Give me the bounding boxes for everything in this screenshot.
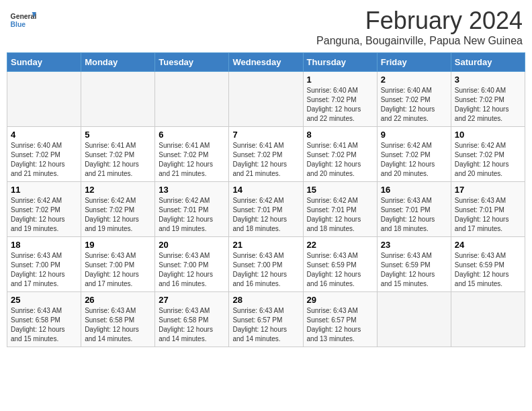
day-number: 27 [159,295,225,305]
calendar-cell [155,72,229,127]
day-info: Sunrise: 6:43 AM Sunset: 6:57 PM Dayligh… [307,306,373,344]
day-number: 4 [11,130,77,140]
calendar-cell: 1Sunrise: 6:40 AM Sunset: 7:02 PM Daylig… [303,72,377,127]
day-number: 2 [381,75,447,85]
calendar-body: 1Sunrise: 6:40 AM Sunset: 7:02 PM Daylig… [7,72,525,347]
day-info: Sunrise: 6:42 AM Sunset: 7:02 PM Dayligh… [455,141,521,179]
calendar-cell: 14Sunrise: 6:42 AM Sunset: 7:01 PM Dayli… [229,182,303,237]
day-number: 5 [85,130,151,140]
day-info: Sunrise: 6:41 AM Sunset: 7:02 PM Dayligh… [232,141,299,179]
day-info: Sunrise: 6:43 AM Sunset: 6:59 PM Dayligh… [381,251,447,289]
calendar-cell: 13Sunrise: 6:42 AM Sunset: 7:01 PM Dayli… [155,182,229,237]
day-number: 17 [455,185,521,195]
day-info: Sunrise: 6:43 AM Sunset: 6:59 PM Dayligh… [307,251,373,289]
day-number: 24 [455,240,521,250]
day-header-thursday: Thursday [303,53,377,72]
day-number: 22 [307,240,373,250]
calendar-cell: 27Sunrise: 6:43 AM Sunset: 6:58 PM Dayli… [155,292,229,347]
day-number: 28 [232,295,299,305]
day-info: Sunrise: 6:42 AM Sunset: 7:02 PM Dayligh… [11,196,77,234]
day-header-sunday: Sunday [7,53,81,72]
day-info: Sunrise: 6:43 AM Sunset: 6:57 PM Dayligh… [232,306,299,344]
calendar-cell: 12Sunrise: 6:42 AM Sunset: 7:02 PM Dayli… [81,182,155,237]
day-info: Sunrise: 6:43 AM Sunset: 7:01 PM Dayligh… [381,196,447,234]
day-number: 15 [307,185,373,195]
calendar-cell: 3Sunrise: 6:40 AM Sunset: 7:02 PM Daylig… [451,72,525,127]
day-number: 12 [85,185,151,195]
day-info: Sunrise: 6:43 AM Sunset: 7:01 PM Dayligh… [455,196,521,234]
main-title: February 2024 [316,7,523,35]
calendar-cell [229,72,303,127]
day-info: Sunrise: 6:42 AM Sunset: 7:02 PM Dayligh… [381,141,447,179]
page-header: General Blue February 2024 Panguna, Boug… [7,7,525,47]
calendar-cell: 15Sunrise: 6:42 AM Sunset: 7:01 PM Dayli… [303,182,377,237]
day-number: 29 [307,295,373,305]
day-info: Sunrise: 6:43 AM Sunset: 7:00 PM Dayligh… [232,251,299,289]
day-info: Sunrise: 6:42 AM Sunset: 7:01 PM Dayligh… [307,196,373,234]
calendar-cell [81,72,155,127]
day-header-monday: Monday [81,53,155,72]
day-info: Sunrise: 6:43 AM Sunset: 6:58 PM Dayligh… [85,306,151,344]
header-row: SundayMondayTuesdayWednesdayThursdayFrid… [7,53,525,72]
day-info: Sunrise: 6:43 AM Sunset: 6:59 PM Dayligh… [455,251,521,289]
calendar-cell: 22Sunrise: 6:43 AM Sunset: 6:59 PM Dayli… [303,237,377,292]
day-number: 16 [381,185,447,195]
day-info: Sunrise: 6:43 AM Sunset: 6:58 PM Dayligh… [11,306,77,344]
calendar-cell: 6Sunrise: 6:41 AM Sunset: 7:02 PM Daylig… [155,127,229,182]
calendar-cell: 24Sunrise: 6:43 AM Sunset: 6:59 PM Dayli… [451,237,525,292]
calendar-week-1: 1Sunrise: 6:40 AM Sunset: 7:02 PM Daylig… [7,72,525,127]
calendar-week-3: 11Sunrise: 6:42 AM Sunset: 7:02 PM Dayli… [7,182,525,237]
day-info: Sunrise: 6:43 AM Sunset: 7:00 PM Dayligh… [11,251,77,289]
calendar-cell: 2Sunrise: 6:40 AM Sunset: 7:02 PM Daylig… [377,72,451,127]
day-header-friday: Friday [377,53,451,72]
day-number: 19 [85,240,151,250]
day-info: Sunrise: 6:40 AM Sunset: 7:02 PM Dayligh… [11,141,77,179]
day-number: 26 [85,295,151,305]
calendar-cell: 25Sunrise: 6:43 AM Sunset: 6:58 PM Dayli… [7,292,81,347]
day-info: Sunrise: 6:42 AM Sunset: 7:01 PM Dayligh… [159,196,225,234]
subtitle: Panguna, Bougainville, Papua New Guinea [316,35,523,47]
calendar-cell: 16Sunrise: 6:43 AM Sunset: 7:01 PM Dayli… [377,182,451,237]
calendar-cell: 11Sunrise: 6:42 AM Sunset: 7:02 PM Dayli… [7,182,81,237]
calendar-cell: 18Sunrise: 6:43 AM Sunset: 7:00 PM Dayli… [7,237,81,292]
calendar-cell: 19Sunrise: 6:43 AM Sunset: 7:00 PM Dayli… [81,237,155,292]
day-info: Sunrise: 6:40 AM Sunset: 7:02 PM Dayligh… [455,86,521,124]
day-number: 9 [381,130,447,140]
svg-text:Blue: Blue [11,21,26,28]
calendar-cell [7,72,81,127]
calendar-cell: 9Sunrise: 6:42 AM Sunset: 7:02 PM Daylig… [377,127,451,182]
day-info: Sunrise: 6:41 AM Sunset: 7:02 PM Dayligh… [307,141,373,179]
calendar-cell: 26Sunrise: 6:43 AM Sunset: 6:58 PM Dayli… [81,292,155,347]
day-number: 11 [11,185,77,195]
day-number: 21 [232,240,299,250]
calendar-cell: 23Sunrise: 6:43 AM Sunset: 6:59 PM Dayli… [377,237,451,292]
calendar-cell: 4Sunrise: 6:40 AM Sunset: 7:02 PM Daylig… [7,127,81,182]
calendar-cell: 20Sunrise: 6:43 AM Sunset: 7:00 PM Dayli… [155,237,229,292]
day-number: 7 [232,130,299,140]
day-number: 13 [159,185,225,195]
calendar-cell: 8Sunrise: 6:41 AM Sunset: 7:02 PM Daylig… [303,127,377,182]
day-number: 23 [381,240,447,250]
day-info: Sunrise: 6:42 AM Sunset: 7:02 PM Dayligh… [85,196,151,234]
day-number: 14 [232,185,299,195]
day-info: Sunrise: 6:43 AM Sunset: 7:00 PM Dayligh… [85,251,151,289]
calendar-week-2: 4Sunrise: 6:40 AM Sunset: 7:02 PM Daylig… [7,127,525,182]
calendar-cell: 7Sunrise: 6:41 AM Sunset: 7:02 PM Daylig… [229,127,303,182]
day-number: 18 [11,240,77,250]
calendar-cell: 21Sunrise: 6:43 AM Sunset: 7:00 PM Dayli… [229,237,303,292]
day-info: Sunrise: 6:43 AM Sunset: 7:00 PM Dayligh… [159,251,225,289]
day-number: 10 [455,130,521,140]
calendar-cell: 17Sunrise: 6:43 AM Sunset: 7:01 PM Dayli… [451,182,525,237]
day-header-tuesday: Tuesday [155,53,229,72]
calendar-header: SundayMondayTuesdayWednesdayThursdayFrid… [7,53,525,72]
calendar-cell: 10Sunrise: 6:42 AM Sunset: 7:02 PM Dayli… [451,127,525,182]
day-number: 20 [159,240,225,250]
title-area: February 2024 Panguna, Bougainville, Pap… [316,7,523,47]
day-number: 1 [307,75,373,85]
calendar-cell [451,292,525,347]
logo-icon: General Blue [9,7,36,34]
calendar-cell: 28Sunrise: 6:43 AM Sunset: 6:57 PM Dayli… [229,292,303,347]
day-number: 8 [307,130,373,140]
day-number: 3 [455,75,521,85]
day-header-wednesday: Wednesday [229,53,303,72]
